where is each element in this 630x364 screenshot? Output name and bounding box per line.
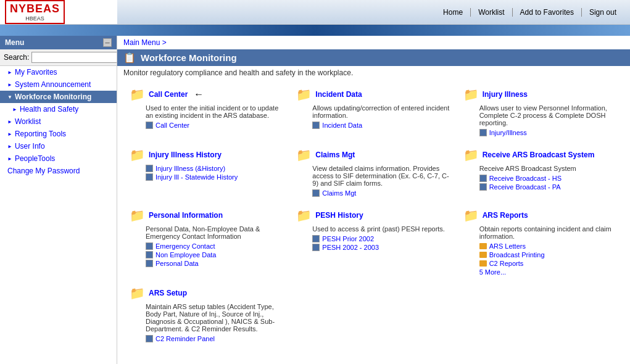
incident-data-link[interactable]: Incident Data [315, 90, 362, 99]
cell-title-row: 📁 PESH History [296, 208, 450, 223]
more-link[interactable]: 5 More... [463, 268, 618, 276]
menu-grid: 📁 Call Center ← Used to enter the initia… [117, 82, 630, 355]
ars-reports-link[interactable]: ARS Reports [483, 211, 528, 220]
personal-info-link1: Emergency Contact [130, 242, 284, 250]
injury-history-page-link-1[interactable]: Injury Illness (&History) [155, 165, 225, 172]
cell-injury-history: 📁 Injury Illness History Injury Illness … [123, 143, 290, 203]
claims-mgt-link[interactable]: Claims Mgt [315, 151, 355, 159]
folder-icon: 📁 [296, 87, 312, 102]
sidebar-item-workforce-monitoring[interactable]: ▼ Workforce Monitoring [0, 91, 117, 103]
ars-setup-link[interactable]: ARS Setup [149, 289, 187, 297]
personal-info-page-link-3[interactable]: Personal Data [155, 260, 199, 267]
expand-icon: ► [7, 131, 12, 137]
minimize-button[interactable]: ─ [103, 38, 112, 47]
call-center-link[interactable]: Call Center [149, 90, 188, 99]
personal-info-link[interactable]: Personal Information [149, 211, 223, 220]
sidebar-item-worklist[interactable]: ► Worklist [0, 115, 117, 128]
sidebar-item-reporting-tools[interactable]: ► Reporting Tools [0, 128, 117, 140]
cell-ars-setup: 📁 ARS Setup Maintain ARS setup tables (A… [123, 281, 290, 349]
c2-reports-page-link[interactable]: C2 Reports [489, 260, 524, 267]
cell-title-row: 📁 Incident Data [296, 87, 450, 102]
injury-history-link[interactable]: Injury Illness History [149, 151, 222, 159]
sidebar-item-favorites[interactable]: ► My Favorites [0, 66, 117, 78]
incident-data-page-link[interactable]: Incident Data [322, 122, 362, 129]
cell-title-row: 📁 Injury Illness [463, 87, 618, 102]
cell-injury-illness: 📁 Injury Illness Allows user to view Per… [457, 82, 624, 143]
injury-history-page-link-2[interactable]: Injury Ill - Statewide History [155, 173, 238, 181]
page-icon-sm [146, 251, 153, 259]
receive-ars-link[interactable]: Receive ARS Broadcast System [483, 151, 595, 159]
folder-icon: 📁 [130, 147, 145, 162]
cell-incident-data: 📁 Incident Data Allows updating/correcti… [290, 82, 457, 143]
page-icon-sm [312, 189, 320, 197]
receive-ars-page-link-2[interactable]: Receive Broadcast - PA [489, 183, 561, 191]
incident-data-sub-link: Incident Data [296, 122, 450, 129]
page-icon-sm [146, 335, 153, 342]
search-input[interactable] [31, 52, 117, 63]
page-icon-sm [479, 183, 487, 191]
personal-info-link3: Personal Data [130, 260, 284, 267]
cell-pesh-history: 📁 PESH History Used to access & print (p… [290, 203, 457, 281]
expand-icon: ► [7, 70, 12, 75]
page-icon-sm [146, 242, 153, 250]
incident-data-desc: Allows updating/correction of entered in… [296, 104, 450, 119]
sidebar-item-health-safety[interactable]: ► Health and Safety [0, 103, 117, 115]
ars-letters-link: ARS Letters [463, 242, 618, 250]
ars-setup-desc: Maintain ARS setup tables (Accident Type… [130, 303, 284, 333]
folder-icon: 📁 [130, 208, 145, 223]
page-icon-sm [312, 122, 320, 129]
cell-call-center: 📁 Call Center ← Used to enter the initia… [123, 82, 290, 143]
broadcast-printing-page-link[interactable]: Broadcast Printing [489, 251, 545, 259]
logo-text: NYBEAS [10, 2, 60, 15]
ars-setup-sub-link: C2 Reminder Panel [130, 335, 284, 342]
logo: NYBEAS HBEAS [5, 0, 65, 24]
folder-icon: 📁 [296, 208, 312, 223]
folder-icon: 📁 [463, 208, 479, 223]
sidebar-item-user-info[interactable]: ► User Info [0, 140, 117, 152]
cell-ars-reports: 📁 ARS Reports Obtain reports containing … [457, 203, 624, 281]
page-icon-sm [479, 129, 487, 136]
personal-info-page-link-1[interactable]: Emergency Contact [155, 242, 215, 250]
injury-illness-desc: Allows user to view Personnel Informatio… [463, 104, 618, 126]
pesh-history-page-link-2[interactable]: PESH 2002 - 2003 [322, 244, 379, 251]
page-icon-sm [146, 165, 153, 172]
claims-mgt-desc: View detailed claims information. Provid… [296, 165, 450, 187]
sidebar: Menu ─ Search: ► ► My Favorites ► System… [0, 36, 117, 364]
expand-icon: ► [7, 82, 12, 88]
home-link[interactable]: Home [436, 8, 471, 17]
cell-title-row: 📁 Personal Information [130, 208, 284, 223]
ars-letters-page-link[interactable]: ARS Letters [489, 242, 526, 250]
page-header-bar: 📋 Workforce Monitoring [117, 49, 630, 66]
pesh-history-link2: PESH 2002 - 2003 [296, 244, 450, 251]
sidebar-item-system-announcement[interactable]: ► System Announcement [0, 78, 117, 91]
sidebar-item-label: My Favorites [15, 68, 57, 77]
pesh-history-link[interactable]: PESH History [315, 211, 363, 220]
call-center-page-link[interactable]: Call Center [155, 122, 189, 129]
sidebar-item-label: Workforce Monitoring [15, 93, 91, 101]
claims-mgt-page-link[interactable]: Claims Mgt [322, 189, 356, 197]
sidebar-item-label: Reporting Tools [15, 130, 66, 138]
sidebar-item-change-password[interactable]: Change My Password [0, 165, 117, 177]
expand-icon: ► [12, 107, 17, 112]
pesh-history-page-link-1[interactable]: PESH Prior 2002 [322, 235, 374, 242]
folder-icon-sm [479, 260, 487, 267]
search-label: Search: [4, 53, 29, 62]
cell-title-row: 📁 Injury Illness History [130, 147, 284, 162]
receive-ars-page-link-1[interactable]: Receive Broadcast - HS [489, 175, 562, 182]
cell-claims-mgt: 📁 Claims Mgt View detailed claims inform… [290, 143, 457, 203]
add-favorites-link[interactable]: Add to Favorites [513, 8, 582, 17]
injury-illness-page-link[interactable]: Injury/Illness [489, 129, 527, 136]
c2-reports-link: C2 Reports [463, 260, 618, 267]
ars-setup-page-link[interactable]: C2 Reminder Panel [155, 335, 215, 342]
sidebar-item-people-tools[interactable]: ► PeopleTools [0, 152, 117, 165]
sign-out-link[interactable]: Sign out [582, 8, 624, 17]
injury-illness-link[interactable]: Injury Illness [483, 90, 528, 99]
worklist-link[interactable]: Worklist [471, 8, 512, 17]
search-row: Search: ► [0, 49, 117, 66]
personal-info-link2: Non Employee Data [130, 251, 284, 259]
injury-history-link2: Injury Ill - Statewide History [130, 173, 284, 181]
expand-icon: ► [7, 144, 12, 149]
folder-icon: 📁 [463, 147, 479, 162]
main-menu-link[interactable]: Main Menu > [123, 38, 167, 47]
personal-info-page-link-2[interactable]: Non Employee Data [155, 251, 216, 259]
